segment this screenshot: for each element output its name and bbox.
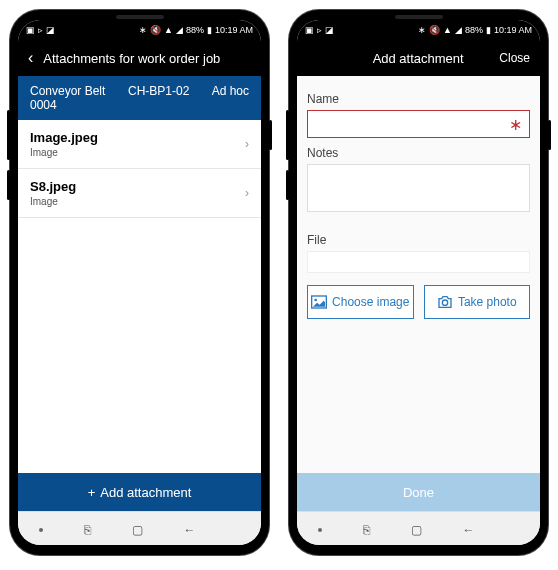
app-indicator-icon: ◪ (325, 26, 334, 35)
take-photo-label: Take photo (458, 295, 517, 309)
bluetooth-icon: ∗ (139, 26, 147, 35)
name-field[interactable] (307, 110, 530, 138)
attachment-name: S8.jpeg (30, 179, 245, 194)
clock: 10:19 AM (494, 25, 532, 35)
app-bar: Add attachment Close (297, 40, 540, 76)
svg-point-2 (442, 300, 447, 305)
home-button[interactable]: ▢ (411, 523, 422, 537)
android-status-bar: ▣ ▹ ◪ ∗ 🔇 ▲ ◢ 88% ▮ 10:19 AM (18, 20, 261, 40)
wifi-icon: ▲ (164, 26, 173, 35)
attachment-name: Image.jpeg (30, 130, 245, 145)
phone-left: ▣ ▹ ◪ ∗ 🔇 ▲ ◢ 88% ▮ 10:19 AM ‹ Attachmen… (10, 10, 269, 555)
back-button[interactable]: ← (463, 523, 475, 537)
battery-pct: 88% (186, 25, 204, 35)
done-label: Done (403, 485, 434, 500)
mute-icon: 🔇 (150, 26, 161, 35)
battery-pct: 88% (465, 25, 483, 35)
choose-image-button[interactable]: Choose image (307, 285, 414, 319)
clock: 10:19 AM (215, 25, 253, 35)
attachment-type: Image (30, 196, 245, 207)
battery-icon: ▮ (486, 26, 491, 35)
signal-icon: ◢ (176, 26, 183, 35)
app-indicator-icon: ▹ (38, 26, 43, 35)
android-nav-bar: ⎘ ▢ ← (18, 511, 261, 545)
list-item[interactable]: Image.jpeg Image › (18, 120, 261, 169)
svg-point-1 (314, 299, 317, 302)
notes-field[interactable] (307, 164, 530, 212)
signal-icon: ◢ (455, 26, 462, 35)
list-item[interactable]: S8.jpeg Image › (18, 169, 261, 218)
page-title: Add attachment (337, 51, 499, 66)
app-indicator-icon: ◪ (46, 26, 55, 35)
app-indicator-icon: ▹ (317, 26, 322, 35)
mute-icon: 🔇 (429, 26, 440, 35)
attachment-type: Image (30, 147, 245, 158)
add-attachment-label: Add attachment (100, 485, 191, 500)
add-attachment-button[interactable]: + Add attachment (18, 473, 261, 511)
asset-code: CH-BP1-02 (128, 84, 204, 98)
done-button[interactable]: Done (297, 473, 540, 511)
page-title: Attachments for work order job (43, 51, 251, 66)
order-type: Ad hoc (212, 84, 249, 98)
chevron-right-icon: › (245, 186, 249, 200)
android-nav-bar: ⎘ ▢ ← (297, 511, 540, 545)
phone-right: ▣ ▹ ◪ ∗ 🔇 ▲ ◢ 88% ▮ 10:19 AM Add attachm… (289, 10, 548, 555)
file-field[interactable] (307, 251, 530, 273)
work-order-subheader: Conveyor Belt 0004 CH-BP1-02 Ad hoc (18, 76, 261, 120)
choose-image-label: Choose image (332, 295, 409, 309)
app-bar: ‹ Attachments for work order job (18, 40, 261, 76)
attachment-list: Image.jpeg Image › S8.jpeg Image › (18, 120, 261, 473)
asset-name: Conveyor Belt 0004 (30, 84, 120, 112)
file-label: File (307, 233, 530, 247)
name-label: Name (307, 92, 530, 106)
plus-icon: + (88, 485, 96, 500)
wifi-icon: ▲ (443, 26, 452, 35)
chevron-right-icon: › (245, 137, 249, 151)
bluetooth-icon: ∗ (418, 26, 426, 35)
notes-label: Notes (307, 146, 530, 160)
battery-icon: ▮ (207, 26, 212, 35)
home-button[interactable]: ▢ (132, 523, 143, 537)
back-icon[interactable]: ‹ (28, 49, 33, 67)
recent-apps-button[interactable]: ⎘ (363, 523, 370, 537)
nav-dot-icon (318, 528, 322, 532)
app-indicator-icon: ▣ (26, 26, 35, 35)
close-button[interactable]: Close (499, 51, 530, 65)
recent-apps-button[interactable]: ⎘ (84, 523, 91, 537)
app-indicator-icon: ▣ (305, 26, 314, 35)
take-photo-button[interactable]: Take photo (424, 285, 531, 319)
nav-dot-icon (39, 528, 43, 532)
attachment-form: Name ∗ Notes File Choose image Take phot… (297, 76, 540, 473)
camera-icon (437, 295, 453, 309)
required-icon: ∗ (509, 115, 522, 134)
image-icon (311, 295, 327, 309)
android-status-bar: ▣ ▹ ◪ ∗ 🔇 ▲ ◢ 88% ▮ 10:19 AM (297, 20, 540, 40)
back-button[interactable]: ← (184, 523, 196, 537)
